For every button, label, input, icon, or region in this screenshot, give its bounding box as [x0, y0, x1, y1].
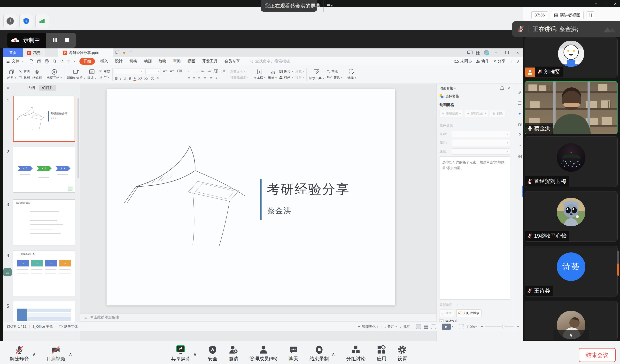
format-painter-button[interactable]: 格式刷 [32, 69, 42, 80]
font-color-button[interactable]: A [133, 76, 136, 81]
menu-animation[interactable]: 动画 [140, 59, 155, 64]
sorter-view-button[interactable] [424, 325, 428, 329]
section-button[interactable]: 节▾ [99, 75, 110, 80]
decrease-font-button[interactable]: A⁻ [169, 69, 175, 73]
panel-scrollbar[interactable] [78, 98, 79, 178]
minimize-button[interactable]: − [591, 0, 601, 7]
tab-home[interactable]: 首页 [3, 48, 23, 57]
font-size-select[interactable]: ▾ [145, 68, 161, 74]
menu-view[interactable]: 视图 [184, 59, 199, 64]
start-video-button[interactable]: 开启视频 [46, 345, 65, 362]
slideshow-button[interactable]: ▶ [442, 324, 451, 330]
print-preview-icon[interactable] [52, 59, 57, 64]
pinyin-button[interactable]: 文 [151, 76, 154, 81]
zoom-out-button[interactable]: − [480, 324, 483, 329]
collab-button[interactable]: 协作 [476, 59, 489, 64]
line-spacing-button[interactable]: ↕ [216, 76, 217, 80]
manage-members-button[interactable]: 管理成员(65) [249, 345, 278, 362]
align-left-button[interactable]: ≡ [188, 76, 190, 80]
play-from-current-button[interactable]: 当页开始▾ [47, 69, 62, 80]
menu-slideshow[interactable]: 放映 [155, 59, 170, 64]
align-center-button[interactable]: ≡ [193, 76, 195, 80]
present-tools-button[interactable]: 演示工具▾ [309, 69, 324, 80]
participant-tile[interactable]: 诗荟 王诗荟 [525, 246, 618, 296]
distribute-button[interactable]: ≣ [209, 76, 213, 80]
new-tab-button[interactable]: + [130, 49, 132, 57]
textbox-button[interactable]: 文本框▾ [254, 69, 265, 80]
save-icon[interactable] [29, 59, 34, 64]
notes-toggle-button[interactable]: ≡备注▾ [384, 325, 397, 329]
select-pane-button[interactable]: 选择窗格 [440, 92, 510, 100]
slide-thumbnail-1[interactable]: 考研经验分享 蔡金洪 [13, 96, 75, 142]
copy-button[interactable]: 复制 [18, 75, 30, 80]
pin-icon[interactable] [500, 86, 504, 91]
tab-outline[interactable]: 大纲 [28, 86, 35, 90]
numbering-button[interactable]: ≕ [194, 69, 198, 74]
undo-icon[interactable]: ↺ [60, 59, 64, 64]
justify-button[interactable]: ≣ [203, 76, 206, 80]
slide-thumbnail-2[interactable] [13, 147, 75, 193]
zoom-percent[interactable]: 110% [466, 325, 475, 329]
video-options-caret[interactable]: ∧ [69, 351, 72, 357]
sidebar-scrollbar[interactable] [617, 251, 619, 276]
participant-tile[interactable]: ∨ [525, 301, 618, 340]
menu-file[interactable]: ☰ 文件 ∨ [3, 59, 27, 64]
menu-transition[interactable]: 切换 [126, 59, 140, 64]
reset-button[interactable]: 重置 [99, 69, 110, 74]
share-options-caret[interactable]: ∧ [193, 351, 197, 357]
collapse-panel-button[interactable]: « [7, 85, 9, 91]
security-button[interactable]: 安全 [208, 345, 217, 362]
restore-button[interactable] [601, 0, 610, 7]
reorder-down-button[interactable]: ↓ [463, 303, 464, 307]
speaker-view-button[interactable]: 演讲者视图 [551, 11, 584, 19]
property-select[interactable]: ▾ [452, 140, 510, 146]
comments-button[interactable]: ⌐批注 [400, 325, 410, 329]
tab-docer[interactable]: 稻 稻壳 [23, 48, 45, 57]
menu-start[interactable]: 开始 [79, 58, 95, 65]
text-direction-button[interactable]: ↓A [221, 69, 225, 73]
new-slide-button[interactable]: 新建幻灯片▾ [67, 69, 85, 80]
find-button[interactable]: 查找 [326, 69, 342, 74]
protect-button[interactable] [19, 14, 33, 28]
close-button[interactable]: × [610, 0, 620, 7]
slide-thumbnail-3[interactable]: 我的考研情况 [13, 199, 75, 245]
delete-effect-button[interactable]: 🗑删除 [490, 110, 505, 117]
missing-font-label[interactable]: 缺失字体 [64, 325, 78, 329]
slide-thumbnail-5[interactable] [13, 301, 75, 324]
replace-button[interactable]: A↹B替换▾ [326, 75, 342, 80]
slide-canvas[interactable]: 考研经验分享 蔡金洪 [107, 89, 395, 305]
tab-slides[interactable]: 幻灯片 [39, 85, 56, 91]
clear-format-button[interactable]: ⌫ [176, 69, 183, 73]
reorder-up-button[interactable]: ↑ [457, 303, 458, 307]
add-effect-button[interactable]: ✎添加效果▾ [440, 110, 463, 117]
layout-button[interactable]: 版式▾ [87, 69, 96, 80]
slide-subtitle[interactable]: 蔡金洪 [267, 206, 291, 216]
select-button[interactable]: 选择▾ [347, 69, 356, 80]
close-pane-icon[interactable]: × [508, 86, 510, 91]
menu-devtools[interactable]: 开发工具 [199, 59, 221, 64]
slideshow-play-button[interactable]: 幻灯片播放 [456, 309, 481, 317]
zoom-slider[interactable] [485, 326, 514, 327]
underline-button[interactable]: U [124, 76, 126, 80]
zoom-in-button[interactable]: + [517, 324, 519, 329]
breakout-button[interactable]: 分组讨论 [346, 345, 365, 362]
highlight-button[interactable]: ✎ [157, 76, 160, 81]
collapse-ribbon-icon[interactable]: ∧ [517, 59, 520, 64]
play-effect-button[interactable]: ▷播放 [440, 309, 454, 317]
unmute-button[interactable]: 解除静音 [10, 345, 29, 362]
char-border-button[interactable]: AB [214, 69, 218, 73]
wps-minimize-button[interactable]: − [493, 50, 500, 55]
participant-tile-video[interactable]: 蔡金洪 [525, 81, 618, 134]
subscript-button[interactable]: X₂ [144, 76, 148, 80]
reading-view-button[interactable] [431, 325, 436, 329]
bullets-button[interactable]: ≔ [188, 69, 192, 74]
zoom-slider-handle[interactable] [502, 325, 505, 328]
italic-button[interactable]: I [120, 76, 121, 80]
end-meeting-button[interactable]: 结束会议 [579, 348, 616, 362]
caret-icon[interactable]: ▾ [74, 60, 75, 63]
paste-button[interactable]: 粘贴▾ [7, 69, 16, 80]
share-button[interactable]: ↗ 分享 [493, 59, 505, 64]
slide-thumbnail-4[interactable]: 一、明确考研目标 01 02 03 04 [13, 250, 75, 296]
smart-beautify-button[interactable]: ✦ 智能美化 ▴ [357, 325, 378, 329]
share-screen-button[interactable]: 共享屏幕 [171, 345, 190, 362]
